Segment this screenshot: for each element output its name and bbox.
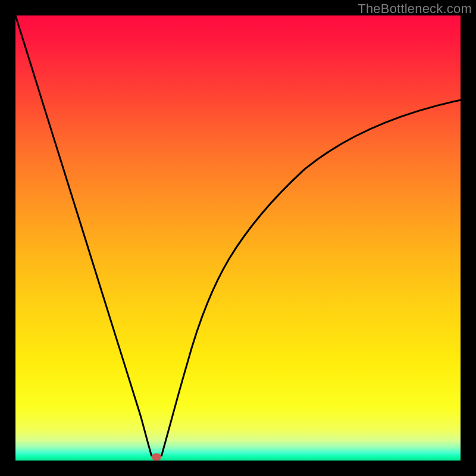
plot-area — [15, 15, 461, 461]
watermark-text: TheBottleneck.com — [358, 1, 472, 17]
chart-frame: TheBottleneck.com — [0, 0, 476, 476]
curve-left-branch — [15, 15, 152, 456]
curve-right-branch — [161, 100, 461, 456]
target-marker-dot — [152, 453, 161, 461]
chart-curve — [15, 15, 461, 461]
